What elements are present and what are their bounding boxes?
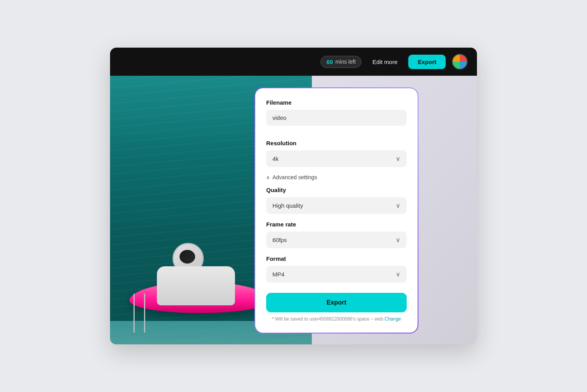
format-field-group: Format MP4 ∨ — [266, 255, 407, 283]
resolution-field-group: Resolution 4k ∨ — [266, 140, 407, 167]
avatar-image — [453, 55, 467, 69]
export-modal: Filename Resolution 4k ∨ ∧ Advanced sett… — [255, 88, 418, 333]
filename-input[interactable] — [266, 110, 407, 126]
format-select[interactable]: MP4 ∨ — [266, 266, 407, 283]
quality-value: High quality — [272, 202, 303, 209]
frame-rate-label: Frame rate — [266, 221, 407, 228]
advanced-settings-label: Advanced settings — [272, 174, 317, 180]
edit-more-button[interactable]: Edit more — [368, 55, 402, 68]
mins-label: mins left — [335, 59, 356, 65]
quality-field-group: Quality High quality ∨ — [266, 187, 407, 214]
filename-label: Filename — [266, 99, 407, 106]
export-modal-border: Filename Resolution 4k ∨ ∧ Advanced sett… — [254, 87, 418, 333]
astronaut — [141, 251, 251, 305]
app-window: 60 mins left Edit more Export — [110, 48, 477, 344]
export-top-button[interactable]: Export — [408, 55, 446, 69]
format-value: MP4 — [272, 271, 285, 278]
advanced-settings-toggle[interactable]: ∧ Advanced settings — [266, 174, 407, 180]
format-chevron-down-icon: ∨ — [396, 271, 400, 278]
resolution-select[interactable]: 4k ∨ — [266, 150, 407, 167]
frame-rate-select[interactable]: 60fps ∨ — [266, 232, 407, 248]
change-link[interactable]: Change — [384, 316, 401, 322]
mins-number: 60 — [326, 59, 333, 65]
format-label: Format — [266, 255, 407, 262]
mins-badge: 60 mins left — [320, 56, 361, 68]
filename-field-group: Filename — [266, 99, 407, 133]
top-bar: 60 mins left Edit more Export — [110, 48, 477, 76]
resolution-label: Resolution — [266, 140, 407, 146]
avatar[interactable] — [452, 54, 468, 69]
resolution-value: 4k — [272, 155, 279, 162]
frame-rate-value: 60fps — [272, 237, 287, 243]
frame-rate-chevron-down-icon: ∨ — [396, 236, 400, 244]
export-button[interactable]: Export — [266, 293, 407, 312]
frame-rate-field-group: Frame rate 60fps ∨ — [266, 221, 407, 248]
save-notice-text: * Will be saved to user4506912000086's s… — [272, 316, 383, 322]
quality-select[interactable]: High quality ∨ — [266, 197, 407, 214]
save-notice: * Will be saved to user4506912000086's s… — [266, 316, 407, 322]
advanced-chevron-up-icon: ∧ — [266, 175, 270, 180]
resolution-chevron-down-icon: ∨ — [396, 155, 400, 162]
content-area: Filename Resolution 4k ∨ ∧ Advanced sett… — [110, 76, 477, 344]
astronaut-body — [157, 266, 235, 305]
quality-chevron-down-icon: ∨ — [396, 202, 400, 209]
quality-label: Quality — [266, 187, 407, 193]
pool-ladder — [133, 294, 145, 333]
